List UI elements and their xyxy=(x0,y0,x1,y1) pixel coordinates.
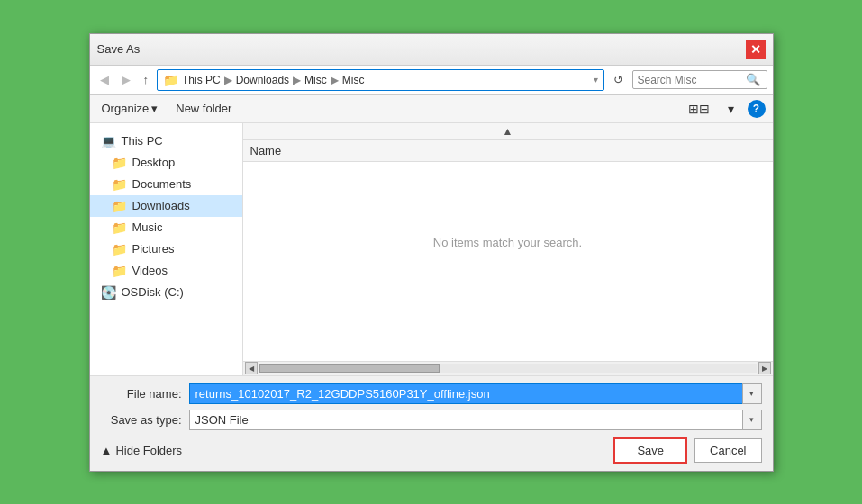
sidebar-pictures-label: Pictures xyxy=(132,242,175,256)
save-as-dialog: Save As ✕ ◀ ▶ ↑ 📁 This PC ▶ Downloads ▶ … xyxy=(89,33,774,472)
sidebar-item-music[interactable]: 📁 Music xyxy=(90,217,242,238)
address-path[interactable]: 📁 This PC ▶ Downloads ▶ Misc ▶ Misc ▾ xyxy=(157,69,604,91)
path-part-3: Misc xyxy=(304,74,327,86)
empty-message: No items match your search. xyxy=(243,162,773,324)
file-list-area: ▲ Name No items match your search. ◀ ▶ xyxy=(243,123,773,375)
file-list-scroll[interactable]: No items match your search. xyxy=(243,162,773,361)
save-as-type-container: ▾ xyxy=(189,410,762,430)
scroll-left-button[interactable]: ◀ xyxy=(245,362,258,374)
sidebar: 💻 This PC 📁 Desktop 📁 Documents 📁 Downlo… xyxy=(90,123,243,375)
sidebar-item-pictures[interactable]: 📁 Pictures xyxy=(90,238,242,260)
file-name-input-container: ▾ xyxy=(189,383,762,404)
toolbar: Organize ▾ New folder ⊞⊟ ▾ ? xyxy=(90,95,773,123)
scroll-thumb[interactable] xyxy=(259,364,440,373)
view-toggle-button[interactable]: ⊞⊟ xyxy=(684,99,714,119)
title-bar: Save As ✕ xyxy=(90,34,773,66)
horizontal-scrollbar: ◀ ▶ xyxy=(243,361,773,375)
dialog-title: Save As xyxy=(97,42,141,56)
main-area: 💻 This PC 📁 Desktop 📁 Documents 📁 Downlo… xyxy=(90,123,773,375)
sidebar-downloads-label: Downloads xyxy=(132,199,190,212)
help-button[interactable]: ? xyxy=(748,100,766,118)
file-name-row: File name: ▾ xyxy=(101,383,762,404)
hide-folders-button[interactable]: ▲ Hide Folders xyxy=(101,444,183,457)
sidebar-item-thispc[interactable]: 💻 This PC xyxy=(90,130,242,152)
file-name-input[interactable] xyxy=(189,383,762,404)
new-folder-button[interactable]: New folder xyxy=(171,99,236,118)
sidebar-item-documents[interactable]: 📁 Documents xyxy=(90,174,242,195)
path-sep-2: ▶ xyxy=(293,74,301,86)
videos-folder-icon: 📁 xyxy=(112,264,127,278)
sidebar-item-videos[interactable]: 📁 Videos xyxy=(90,260,242,282)
save-button[interactable]: Save xyxy=(613,437,687,464)
view-dropdown-button[interactable]: ▾ xyxy=(723,99,739,119)
close-button[interactable]: ✕ xyxy=(746,40,766,59)
scroll-right-button[interactable]: ▶ xyxy=(758,362,771,374)
search-icon-button[interactable]: 🔍 xyxy=(746,73,760,86)
button-row: ▲ Hide Folders Save Cancel xyxy=(101,437,762,464)
path-part-2: Downloads xyxy=(236,74,289,86)
bottom-section: File name: ▾ Save as type: ▾ ▲ Hide Fold… xyxy=(90,375,773,471)
cancel-button[interactable]: Cancel xyxy=(694,438,761,463)
file-name-label: File name: xyxy=(101,387,182,400)
refresh-button[interactable]: ↺ xyxy=(608,70,629,89)
file-name-dropdown-button[interactable]: ▾ xyxy=(742,383,762,404)
sidebar-item-desktop[interactable]: 📁 Desktop xyxy=(90,152,242,174)
sidebar-desktop-label: Desktop xyxy=(132,156,176,169)
sidebar-videos-label: Videos xyxy=(132,264,168,277)
path-dropdown-arrow[interactable]: ▾ xyxy=(594,75,598,85)
sidebar-osdisk-label: OSDisk (C:) xyxy=(122,285,184,299)
path-sep-3: ▶ xyxy=(331,74,339,86)
save-as-type-row: Save as type: ▾ xyxy=(101,410,762,430)
pictures-folder-icon: 📁 xyxy=(112,242,127,256)
scroll-track[interactable] xyxy=(259,364,757,373)
organize-label: Organize xyxy=(102,102,150,115)
sidebar-thispc-label: This PC xyxy=(122,134,163,148)
hide-folders-icon: ▲ xyxy=(101,444,113,457)
path-part-1: This PC xyxy=(182,74,221,86)
save-as-type-input[interactable] xyxy=(189,410,762,430)
sidebar-documents-label: Documents xyxy=(132,177,192,191)
pc-icon: 💻 xyxy=(101,134,116,148)
path-folder-icon: 📁 xyxy=(163,73,178,87)
address-bar: ◀ ▶ ↑ 📁 This PC ▶ Downloads ▶ Misc ▶ Mis… xyxy=(90,66,773,95)
disk-icon: 💽 xyxy=(101,285,116,300)
file-list-header: Name xyxy=(243,140,773,162)
organize-button[interactable]: Organize ▾ xyxy=(97,99,163,118)
save-as-type-label: Save as type: xyxy=(101,413,182,427)
documents-folder-icon: 📁 xyxy=(112,177,127,192)
path-part-4: Misc xyxy=(342,74,365,86)
organize-arrow: ▾ xyxy=(151,102,158,115)
path-sep-1: ▶ xyxy=(224,74,232,86)
back-button[interactable]: ◀ xyxy=(95,70,113,89)
hide-folders-label: Hide Folders xyxy=(115,444,182,457)
view-icon: ⊞⊟ xyxy=(688,102,710,116)
search-box: 🔍 xyxy=(632,70,767,89)
name-column-header: Name xyxy=(250,144,282,158)
downloads-folder-icon: 📁 xyxy=(112,199,127,213)
save-as-type-dropdown-button[interactable]: ▾ xyxy=(742,410,762,430)
sidebar-item-downloads[interactable]: 📁 Downloads xyxy=(90,195,242,217)
up-button[interactable]: ↑ xyxy=(139,70,154,89)
forward-button[interactable]: ▶ xyxy=(117,70,135,89)
scroll-up-button[interactable]: ▲ xyxy=(243,123,773,140)
music-folder-icon: 📁 xyxy=(112,220,127,235)
sidebar-item-osdisk[interactable]: 💽 OSDisk (C:) xyxy=(90,282,242,303)
desktop-folder-icon: 📁 xyxy=(112,156,127,170)
search-input[interactable] xyxy=(638,74,746,86)
sidebar-music-label: Music xyxy=(132,220,163,234)
